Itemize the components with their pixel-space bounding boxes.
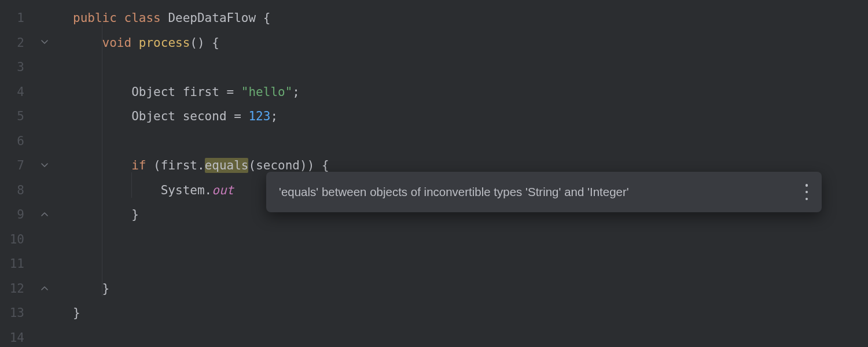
line-number: 8 <box>0 178 35 203</box>
keyword-void: void <box>102 36 132 50</box>
line-number: 6 <box>0 129 35 154</box>
code-line[interactable]: Object first = "hello"; <box>58 80 868 105</box>
keyword-public: public <box>73 11 117 25</box>
line-number: 4 <box>0 80 35 105</box>
line-number: 14 <box>0 326 35 348</box>
var-ref: first <box>161 158 197 172</box>
semi: ; <box>292 85 300 99</box>
string-literal: "hello" <box>241 85 293 99</box>
brace: } <box>131 208 139 222</box>
line-number: 9 <box>0 202 35 227</box>
line-number: 12 <box>0 276 35 301</box>
fold-close-icon[interactable] <box>39 283 50 293</box>
type-ref: Object <box>131 109 175 123</box>
indent-guide <box>102 24 102 296</box>
brace: } <box>102 282 110 296</box>
line-number: 11 <box>0 252 35 276</box>
fold-close-icon[interactable] <box>39 209 50 219</box>
brace: } <box>73 306 80 320</box>
code-line[interactable]: } <box>58 276 868 301</box>
code-line[interactable] <box>58 129 868 154</box>
class-name: DeepDataFlow <box>168 11 256 25</box>
fold-open-icon[interactable] <box>39 160 50 171</box>
line-number: 1 <box>0 6 35 31</box>
line-number: 3 <box>0 55 35 80</box>
number-literal: 123 <box>248 109 270 123</box>
brace: { <box>256 11 270 25</box>
keyword-if: if <box>131 158 146 172</box>
highlighted-method-call[interactable]: equals <box>205 158 249 173</box>
op: = <box>227 109 249 123</box>
code-editor[interactable]: public class DeepDataFlow { void process… <box>58 0 868 347</box>
line-number: 13 <box>0 301 35 326</box>
dot: . <box>205 183 212 197</box>
var-name: first <box>183 85 219 99</box>
fold-gutter <box>35 0 58 347</box>
code-line[interactable] <box>58 326 868 348</box>
tooltip-text: 'equals' between objects of inconvertibl… <box>279 172 629 212</box>
inspection-tooltip[interactable]: 'equals' between objects of inconvertibl… <box>266 172 822 212</box>
dot: . <box>197 158 205 172</box>
keyword-class: class <box>124 11 161 25</box>
code-line[interactable]: } <box>58 301 868 326</box>
code-line[interactable]: Object second = 123; <box>58 104 868 129</box>
line-number: 7 <box>0 153 35 178</box>
op: = <box>219 85 241 99</box>
semi: ; <box>270 109 278 123</box>
method-sig: () { <box>190 36 219 50</box>
code-line[interactable]: public class DeepDataFlow { <box>58 6 868 31</box>
more-actions-icon[interactable] <box>801 184 812 200</box>
paren: ( <box>146 158 160 172</box>
line-number: 2 <box>0 31 35 56</box>
code-line[interactable] <box>58 55 868 80</box>
code-line[interactable]: void process() { <box>58 31 868 56</box>
var-name: second <box>183 109 227 123</box>
static-field: out <box>212 183 234 197</box>
indent-guide <box>131 172 132 198</box>
type-ref: Object <box>131 85 175 99</box>
code-line[interactable] <box>58 252 868 276</box>
method-name: process <box>139 36 190 50</box>
class-ref: System <box>161 183 205 197</box>
line-number-gutter: 1 2 3 4 5 6 7 8 9 10 11 12 13 14 <box>0 0 35 347</box>
line-number: 5 <box>0 104 35 129</box>
code-line[interactable] <box>58 227 868 252</box>
call-args: (second)) { <box>248 158 329 172</box>
line-number: 10 <box>0 227 35 252</box>
fold-open-icon[interactable] <box>39 37 50 47</box>
